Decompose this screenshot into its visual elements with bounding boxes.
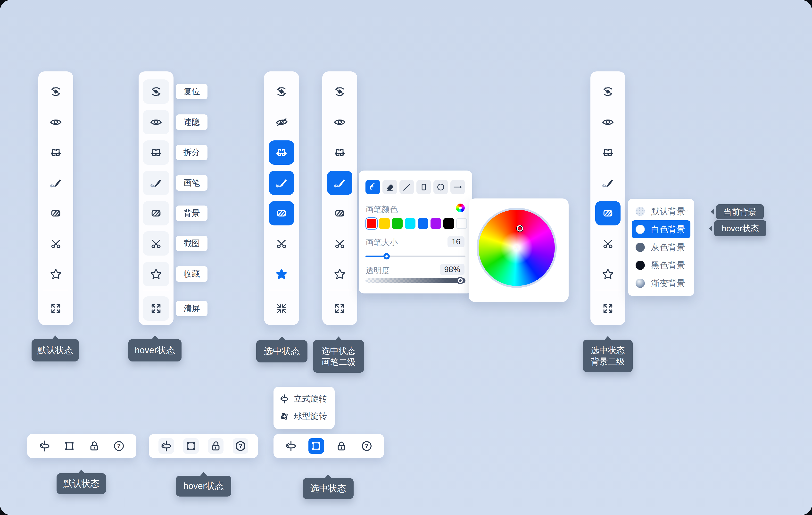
screenshot-button[interactable] [43, 231, 69, 255]
clear-screen-button[interactable] [143, 296, 169, 321]
eraser-tool-button[interactable] [382, 180, 397, 194]
background-button[interactable] [143, 201, 169, 225]
gradient-bg-swatch [636, 279, 645, 288]
lock-button[interactable] [208, 438, 224, 454]
screenshot-button[interactable] [143, 231, 169, 255]
rect-tool-button[interactable] [416, 180, 431, 194]
pen-tool-icon [368, 182, 378, 192]
state-label-text: 选中状态 [591, 345, 625, 356]
eye-icon [601, 116, 614, 129]
favorite-button[interactable] [143, 262, 169, 286]
split-button[interactable] [595, 140, 621, 165]
brush-button-selected[interactable] [327, 171, 352, 195]
lock-button[interactable] [86, 438, 102, 454]
opacity-handle[interactable] [457, 277, 464, 284]
star-icon [49, 268, 62, 280]
quick-hide-button-active[interactable] [268, 110, 295, 134]
quick-hide-button[interactable] [43, 110, 69, 134]
background-button[interactable] [327, 201, 353, 225]
menu-item-gradient-bg[interactable]: 渐变背景 [632, 274, 690, 292]
brush-button-selected[interactable] [269, 171, 294, 195]
swatch-purple[interactable] [431, 218, 441, 229]
star-filled-icon [275, 268, 288, 280]
clear-screen-button-active[interactable] [268, 296, 295, 321]
rotate-button[interactable] [158, 438, 174, 454]
swatch-cyan[interactable] [405, 218, 415, 229]
line-tool-button[interactable] [400, 180, 414, 194]
reset-button[interactable] [43, 79, 69, 104]
screenshot-button[interactable] [327, 231, 353, 255]
background-icon [49, 207, 62, 220]
swatch-blue[interactable] [418, 218, 428, 229]
arrow-tool-button[interactable] [451, 180, 465, 194]
background-icon [601, 207, 614, 220]
lock-button[interactable] [334, 438, 349, 454]
menu-item-default-bg[interactable]: 默认背景 [632, 202, 690, 220]
split-button-selected[interactable] [269, 140, 294, 165]
tooltip-hover-state: hover状态 [714, 220, 766, 236]
favorite-button-active[interactable] [268, 262, 295, 286]
clear-screen-button[interactable] [595, 296, 621, 321]
help-button[interactable] [111, 438, 127, 454]
split-button[interactable] [143, 140, 169, 165]
screenshot-button[interactable] [595, 231, 621, 255]
menu-item-vertical-rotate[interactable]: 立式旋转 [279, 390, 335, 408]
transform-button[interactable] [183, 438, 199, 454]
favorite-button[interactable] [595, 262, 621, 286]
quick-hide-button[interactable] [595, 110, 621, 134]
brush-button[interactable] [595, 171, 621, 195]
split-button[interactable] [43, 140, 69, 165]
background-button-selected[interactable] [595, 201, 620, 225]
collapse-icon [275, 302, 288, 315]
screenshot-button[interactable] [268, 231, 295, 255]
action-label-quick-hide: 速隐 [176, 114, 207, 130]
reset-button[interactable] [327, 79, 353, 104]
menu-item-white-bg-hovered[interactable]: 白色背景 [632, 220, 690, 238]
rotate-button[interactable] [37, 438, 52, 454]
quick-hide-button[interactable] [327, 110, 353, 134]
color-wheel[interactable] [476, 208, 557, 288]
brush-button[interactable] [143, 171, 169, 195]
clear-screen-button[interactable] [327, 296, 353, 321]
tooltip-text: hover状态 [722, 223, 759, 234]
split-icon [333, 146, 346, 159]
black-bg-swatch [636, 261, 645, 270]
menu-item-sphere-rotate[interactable]: 球型旋转 [279, 408, 335, 425]
favorite-button[interactable] [43, 262, 69, 286]
background-button-selected[interactable] [269, 201, 294, 225]
swatch-red-selected[interactable] [366, 218, 377, 229]
state-label-text: 选中状态 [322, 345, 355, 356]
rotate-button[interactable] [283, 438, 299, 454]
eraser-icon [384, 182, 395, 192]
swatch-yellow[interactable] [379, 218, 390, 229]
clear-screen-button[interactable] [43, 296, 69, 321]
circle-tool-button[interactable] [433, 180, 448, 194]
split-icon [149, 146, 163, 159]
background-button[interactable] [43, 201, 69, 225]
transform-button-selected[interactable] [309, 438, 324, 454]
quick-hide-button[interactable] [143, 110, 169, 134]
color-wheel-marker[interactable] [517, 225, 523, 232]
reset-button[interactable] [268, 79, 295, 104]
transform-button[interactable] [62, 438, 77, 454]
menu-item-grey-bg[interactable]: 灰色背景 [632, 238, 690, 256]
color-wheel-icon[interactable] [456, 204, 465, 212]
toolbar-selected [264, 72, 299, 325]
split-button[interactable] [327, 140, 353, 165]
brush-icon [275, 177, 288, 189]
opacity-slider[interactable] [366, 278, 465, 283]
help-button[interactable] [233, 438, 248, 454]
menu-item-black-bg[interactable]: 黑色背景 [632, 256, 690, 274]
pen-tool-button[interactable] [366, 180, 380, 194]
swatch-white[interactable] [456, 218, 467, 229]
state-label-hover: hover状态 [128, 339, 181, 361]
slider-handle[interactable] [383, 253, 390, 260]
swatch-green[interactable] [392, 218, 403, 229]
pen-size-slider[interactable] [366, 253, 465, 260]
favorite-button[interactable] [327, 262, 353, 286]
swatch-black[interactable] [443, 218, 454, 229]
help-button[interactable] [359, 438, 374, 454]
reset-button[interactable] [595, 79, 621, 104]
brush-button[interactable] [43, 171, 69, 195]
reset-button[interactable] [143, 79, 169, 104]
